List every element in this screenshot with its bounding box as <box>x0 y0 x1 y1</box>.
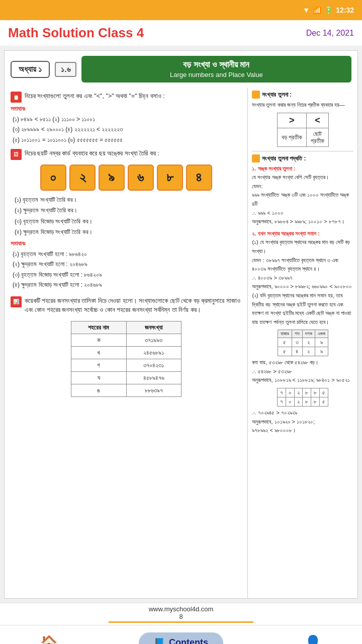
section3-header: 📊 কয়েকটি শহরের জনসংখ্যার তালিকা নিচে দে… <box>11 296 241 317</box>
section2-icon: 🖼 <box>11 149 22 160</box>
contents-button[interactable]: 📘 Contents <box>139 632 223 645</box>
status-icons: ▼ 📶 🔋 12:32 <box>303 6 354 14</box>
section2-question: নিচের ছয়টি নম্বর কার্ড ব্যবহার করে ছয় … <box>25 149 159 158</box>
right-sec1-title: সংখ্যার তুলনা : <box>262 91 292 98</box>
section1-question: নিচের সংখ্যাগুলো তুলনা কর এবং "<", ">" অ… <box>25 92 165 101</box>
point1-heading: ১. অঙ্ক সংখ্যার তুলনা : <box>252 166 295 172</box>
ab-header-4: একক <box>315 330 328 338</box>
ab-r2c1: ৫ <box>278 347 292 356</box>
tile-0: ০ <box>40 165 66 191</box>
comparison-symbol-table: > < বড় প্রতীক ছোটপ্রতীক <box>277 113 329 147</box>
table-row: গ ৩৭০৪২৩১ <box>71 359 181 372</box>
table-row: ঙ ৮৮৬৩৯৭ <box>71 384 181 397</box>
abacus-table-2: ৭ ০ ২ ৮ ৮ ৫ ৭ ০ ২ ৮ ৮ ৫ <box>277 388 328 407</box>
ab2-r1c4: ৮ <box>303 388 311 397</box>
right-point1: ১. অঙ্ক সংখ্যার তুলনা : যে সংখ্যার অঙ্ক … <box>252 165 353 226</box>
abacus-note: বলা যায়, ৫৩২৯৮ থেকে ৫৪২৯৮ বড়। ∴ ৫৪২৯৮ … <box>252 358 353 385</box>
chapter-bengali-title: বড় সংখ্যা ও স্থানীয় মান <box>90 60 342 70</box>
content-columns: 📋 নিচের সংখ্যাগুলো তুলনা কর এবং "<", ">"… <box>5 88 357 598</box>
right-sec1-content: সংখ্যার তুলনা করার জন্য নিচের প্রতীক ব্য… <box>252 101 353 110</box>
ab-r1c3: ২ <box>302 338 315 347</box>
signal-icon: 📶 <box>313 6 321 14</box>
city-1: ক <box>71 334 126 347</box>
task-2: (২) ক্ষুদ্রতম সংখ্যাটি তৈরি কর। <box>15 205 241 216</box>
ab-header-1: হাজার <box>278 330 292 338</box>
profile-icon: 👤 <box>304 634 322 644</box>
home-button[interactable]: 🏠 <box>40 634 58 644</box>
section1-icon: 📋 <box>11 92 22 103</box>
chapter-header: অধ্যায় ১ ১.৬ বড় সংখ্যা ও স্থানীয় মান … <box>5 51 357 88</box>
big-label: বড় প্রতীক <box>277 128 306 146</box>
chapter-english-title: Large numbers and Place Value <box>90 71 342 78</box>
task-3: (৩) বৃহত্তম বিজোড় সংখ্যাটি তৈরি কর। <box>15 216 241 227</box>
ab2-r2c3: ২ <box>295 397 303 407</box>
ab2-r2c4: ৮ <box>303 397 311 407</box>
battery-icon: 🔋 <box>324 6 333 14</box>
right-column: সংখ্যার তুলনা : সংখ্যার তুলনা করার জন্য … <box>248 88 357 598</box>
point2-heading: ২. যখন সংখ্যার অঙ্কের সংখ্যা সমান : <box>252 230 319 236</box>
ab2-r1c3: ২ <box>295 388 303 397</box>
ab-r1c2: ৩ <box>292 338 302 347</box>
city-3: গ <box>71 359 126 372</box>
sol-2: (২) ক্ষুদ্রতম সংখ্যাটি হলো : ২০৪৬৮৯ <box>13 259 241 269</box>
page-title: Math Solution Class 4 <box>8 25 144 41</box>
pop-1: ৩৭১৯৯৩ <box>126 334 181 347</box>
ab-header-2: শত <box>292 330 302 338</box>
ab-r2c2: ৪ <box>292 347 302 356</box>
footer: www.myschool4d.com 8 <box>0 603 362 625</box>
section2-solution-label: সমাধানঃ <box>11 240 241 247</box>
bottom-nav: 🏠 📘 Contents 👤 <box>0 625 362 644</box>
tile-2: ৯ <box>99 165 125 191</box>
right-point2: ২. যখন সংখ্যার অঙ্কের সংখ্যা সমান : (১) … <box>252 229 353 327</box>
chapter-title-box: বড় সংখ্যা ও স্থানীয় মান Large numbers … <box>81 56 351 83</box>
ab-r2c4: ৯ <box>315 347 328 356</box>
sym-gt: > <box>277 113 306 128</box>
contents-book-icon: 📘 <box>154 637 165 645</box>
footer-progress-bar <box>109 621 253 623</box>
section1-solution-label: সমাধানঃ <box>11 105 241 112</box>
population-table: শহরের নাম জনসংখ্যা ক ৩৭১৯৯৩ খ ২৪৫৬৮৯১ গ <box>71 321 182 397</box>
tile-4: ৮ <box>157 165 183 191</box>
footer-url: www.myschool4d.com <box>0 605 362 613</box>
small-label: ছোটপ্রতীক <box>306 128 328 146</box>
right-sec2-title: সংখ্যার তুলনা পদ্ধতি : <box>262 155 306 162</box>
sol-4: (৪) ক্ষুদ্রতম বিজোড় সংখ্যাটি হলো : ২০৪৬… <box>13 280 241 290</box>
status-bar: ▼ 📶 🔋 12:32 <box>0 0 362 20</box>
ab2-r2c6: ৫ <box>320 397 328 407</box>
task-4: (৪) ক্ষুদ্রতম বিজোড় সংখ্যাটি তৈরি কর। <box>15 227 241 238</box>
sym-lt: < <box>306 113 328 128</box>
section1-answers: (১) ৮৪৯৯ < ৮৫১১ (২) ১১১০০ > ১১০০১ (৩) ২৮… <box>13 114 241 145</box>
task-1: (১) বৃহত্তম সংখ্যাটি তৈরি কর। <box>15 195 241 206</box>
section2-solutions: (১) বৃহত্তম সংখ্যাটি হলো : ৯৮৬৪২০ (২) ক্… <box>13 249 241 290</box>
ab-header-3: দশক <box>302 330 315 338</box>
section1-header: 📋 নিচের সংখ্যাগুলো তুলনা কর এবং "<", ">"… <box>11 92 241 103</box>
ab2-r2c5: ৮ <box>311 397 320 407</box>
tile-5: ৪ <box>186 165 212 191</box>
wifi-icon: ▼ <box>303 6 310 14</box>
table-row: খ ২৪৫৬৮৯১ <box>71 347 181 359</box>
profile-button[interactable]: 👤 <box>304 634 322 644</box>
footer-page: 8 <box>0 613 362 620</box>
ab2-r1c6: ৫ <box>320 388 328 397</box>
right-sec2-header: সংখ্যার তুলনা পদ্ধতি : <box>252 154 353 163</box>
pop-3: ৩৭০৪২৩১ <box>126 359 181 372</box>
ab-r1c4: ৯ <box>315 338 328 347</box>
ab-r2c3: ২ <box>302 347 315 356</box>
divider <box>252 151 353 151</box>
chapter-number: ১.৬ <box>55 62 76 77</box>
ab2-r2c1: ৭ <box>278 397 286 407</box>
col-header-city: শহরের নাম <box>71 321 126 334</box>
tile-1: ২ <box>69 165 96 191</box>
header: Math Solution Class 4 Dec 14, 2021 <box>0 20 362 46</box>
table-row: ঘ ৪৫৮৯৪৭৬ <box>71 372 181 384</box>
sol-1: (১) বৃহত্তম সংখ্যাটি হলো : ৯৮৬৪২০ <box>13 249 241 259</box>
pop-5: ৮৮৬৩৯৭ <box>126 384 181 397</box>
pop-2: ২৪৫৬৮৯১ <box>126 347 181 359</box>
chapter-label: অধ্যায় ১ <box>11 61 50 78</box>
city-5: ঙ <box>71 384 126 397</box>
sol-3: (৩) বৃহত্তম বিজোড় সংখ্যাটি হলো : ৮৬৪২০৯ <box>13 270 241 280</box>
city-2: খ <box>71 347 126 359</box>
ab2-r2c2: ০ <box>286 397 295 407</box>
abacus-table: হাজার শত দশক একক ৫ ৩ ২ ৯ ৫ ৪ ২ ৯ <box>278 330 328 356</box>
pop-4: ৪৫৮৯৪৭৬ <box>126 372 181 384</box>
